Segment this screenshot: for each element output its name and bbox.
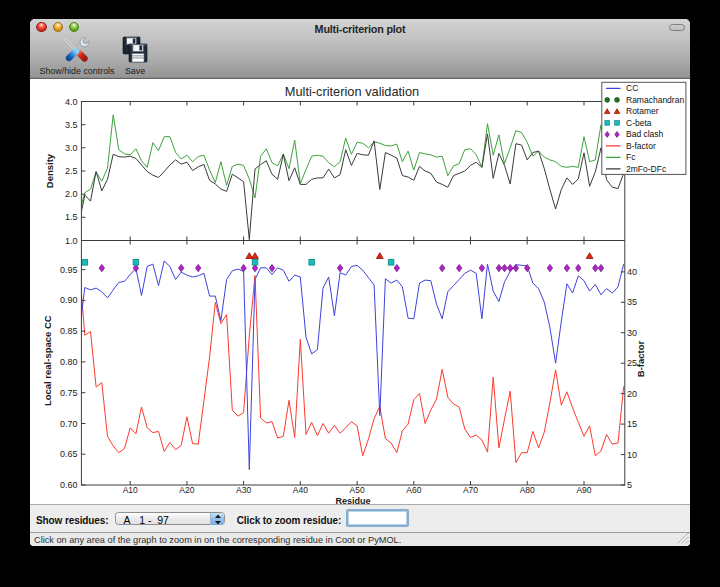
svg-text:0.65: 0.65 (60, 449, 78, 459)
svg-text:1.5: 1.5 (65, 212, 78, 222)
svg-text:0.70: 0.70 (60, 418, 78, 428)
svg-text:2mFo-DFc: 2mFo-DFc (626, 163, 667, 173)
svg-text:Local real-space CC: Local real-space CC (42, 315, 53, 406)
svg-text:0.60: 0.60 (60, 480, 78, 490)
svg-text:0.80: 0.80 (60, 356, 78, 366)
svg-text:2.5: 2.5 (65, 166, 78, 176)
svg-text:15: 15 (627, 419, 637, 429)
svg-text:A60: A60 (406, 485, 421, 495)
svg-text:35: 35 (627, 297, 637, 307)
svg-text:B-factor: B-factor (626, 140, 656, 150)
svg-text:A90: A90 (576, 485, 591, 495)
svg-text:A30: A30 (236, 485, 251, 495)
svg-text:Ramachandran: Ramachandran (626, 94, 684, 104)
svg-text:5: 5 (627, 480, 632, 490)
svg-text:0.90: 0.90 (60, 295, 78, 305)
svg-text:CC: CC (626, 83, 638, 93)
svg-text:A50: A50 (350, 485, 365, 495)
svg-text:Fc: Fc (626, 152, 636, 162)
svg-text:2.0: 2.0 (65, 189, 78, 199)
svg-text:Rotamer: Rotamer (626, 106, 659, 116)
svg-text:Residue: Residue (335, 495, 370, 504)
svg-text:3.5: 3.5 (65, 119, 78, 129)
svg-text:B-factor: B-factor (635, 340, 646, 377)
svg-text:Density: Density (44, 153, 55, 188)
svg-text:A80: A80 (520, 485, 535, 495)
svg-text:30: 30 (627, 327, 637, 337)
svg-text:C-beta: C-beta (626, 117, 652, 127)
svg-text:0.95: 0.95 (60, 264, 78, 274)
svg-text:A40: A40 (293, 485, 308, 495)
svg-text:0.75: 0.75 (60, 387, 78, 397)
svg-text:A20: A20 (179, 485, 194, 495)
svg-text:10: 10 (627, 449, 637, 459)
svg-text:Bad clash: Bad clash (626, 129, 664, 139)
svg-text:0.85: 0.85 (60, 326, 78, 336)
svg-text:A10: A10 (123, 485, 138, 495)
svg-text:1.0: 1.0 (65, 235, 78, 245)
svg-text:A70: A70 (463, 485, 478, 495)
svg-text:Multi-criterion validation: Multi-criterion validation (285, 83, 419, 98)
svg-text:4.0: 4.0 (65, 96, 78, 106)
svg-text:3.0: 3.0 (65, 142, 78, 152)
svg-text:20: 20 (627, 388, 637, 398)
svg-text:40: 40 (627, 266, 637, 276)
